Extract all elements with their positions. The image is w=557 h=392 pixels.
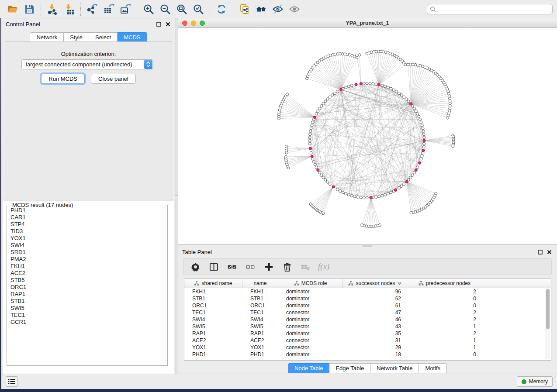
table-cell[interactable]: YOX1 — [184, 344, 242, 351]
table-row[interactable]: SWI4SWI4dominator462 — [184, 316, 551, 323]
table-row[interactable]: ACE2ACE2connector311 — [184, 337, 551, 344]
network-node[interactable] — [361, 224, 363, 226]
table-settings-button[interactable] — [188, 260, 203, 273]
network-node[interactable] — [375, 196, 377, 198]
network-node[interactable] — [366, 196, 368, 199]
network-node[interactable] — [403, 183, 405, 186]
mcds-list-scrollbar[interactable] — [162, 206, 166, 364]
network-node[interactable] — [322, 102, 325, 105]
network-node[interactable] — [344, 86, 347, 89]
network-node[interactable] — [418, 115, 420, 118]
mcds-result-item[interactable]: FKH1 — [9, 263, 161, 270]
table-cell[interactable]: TEC1 — [242, 309, 278, 316]
first-neighbors-button[interactable] — [253, 2, 270, 17]
network-node[interactable] — [423, 136, 426, 139]
network-node[interactable] — [310, 151, 312, 154]
mcds-node[interactable] — [317, 168, 319, 171]
network-node[interactable] — [350, 194, 353, 197]
zoom-fit-button[interactable] — [173, 2, 190, 17]
table-cell[interactable]: dominator — [278, 330, 343, 337]
search-box[interactable] — [427, 4, 553, 14]
mcds-node[interactable] — [355, 83, 357, 86]
network-node[interactable] — [284, 155, 287, 158]
network-node[interactable] — [405, 98, 408, 100]
network-node[interactable] — [318, 171, 321, 174]
open-button[interactable] — [4, 2, 21, 17]
table-cell[interactable]: 62 — [343, 296, 407, 302]
network-node[interactable] — [326, 98, 329, 100]
table-cell[interactable]: dominator — [278, 351, 343, 358]
network-node[interactable] — [422, 145, 425, 148]
table-cell[interactable]: 29 — [343, 344, 407, 351]
network-node[interactable] — [400, 94, 403, 96]
network-node[interactable] — [411, 174, 414, 176]
network-node[interactable] — [322, 176, 325, 179]
network-node[interactable] — [416, 113, 419, 115]
mcds-node[interactable] — [370, 196, 372, 199]
network-node[interactable] — [375, 83, 377, 86]
table-cell[interactable]: connector — [278, 323, 343, 330]
table-cell[interactable]: FKH1 — [242, 289, 278, 295]
clone-network-button[interactable] — [236, 2, 253, 17]
mcds-node[interactable] — [423, 139, 426, 142]
table-cell[interactable]: 96 — [343, 289, 407, 295]
table-cell[interactable]: 31 — [343, 337, 407, 344]
network-node[interactable] — [392, 89, 395, 91]
table-cell[interactable]: 47 — [343, 309, 407, 316]
table-cell[interactable]: 18 — [343, 351, 407, 358]
float-panel-button[interactable] — [155, 21, 162, 28]
tab-style[interactable]: Style — [64, 32, 89, 42]
network-node[interactable] — [336, 188, 339, 191]
task-history-button[interactable] — [6, 376, 18, 387]
refresh-button[interactable] — [213, 2, 230, 17]
network-node[interactable] — [339, 190, 342, 193]
tab-network-table[interactable]: Network Table — [370, 363, 419, 373]
network-node[interactable] — [310, 127, 312, 130]
table-scrollbar[interactable] — [545, 289, 550, 359]
mcds-node[interactable] — [313, 116, 316, 119]
table-cell[interactable]: 1 — [407, 323, 482, 330]
network-node[interactable] — [326, 181, 329, 183]
network-node[interactable] — [356, 54, 358, 56]
tab-edge-table[interactable]: Edge Table — [329, 363, 370, 373]
network-node[interactable] — [333, 92, 336, 95]
table-cell[interactable]: ORC1 — [184, 303, 242, 309]
table-cell[interactable]: YOX1 — [242, 344, 278, 351]
network-node[interactable] — [318, 107, 321, 110]
table-cell[interactable]: PHD1 — [242, 351, 278, 358]
network-node[interactable] — [315, 113, 318, 115]
table-row[interactable]: YOX1YOX1connector291 — [184, 344, 551, 351]
network-node[interactable] — [378, 195, 381, 198]
show-all-button[interactable] — [286, 2, 303, 17]
import-network-button[interactable] — [44, 2, 61, 17]
network-node[interactable] — [422, 127, 424, 130]
network-node[interactable] — [381, 84, 384, 87]
table-cell[interactable]: connector — [278, 337, 343, 344]
mcds-node[interactable] — [339, 88, 342, 91]
close-table-panel-button[interactable] — [546, 248, 553, 255]
table-row[interactable]: ORC1ORC1dominator610 — [184, 302, 551, 309]
function-builder-button[interactable]: f(x) — [316, 260, 331, 273]
network-node[interactable] — [421, 124, 423, 127]
mcds-result-item[interactable]: PHD1 — [9, 207, 161, 214]
network-node[interactable] — [360, 196, 362, 199]
network-node[interactable] — [309, 133, 311, 136]
column-header-predecessor-nodes[interactable]: predecessor nodes — [407, 279, 482, 288]
network-node[interactable] — [308, 142, 311, 145]
network-node[interactable] — [420, 121, 422, 124]
tab-motifs[interactable]: Motifs — [419, 363, 447, 373]
table-cell[interactable]: RAP1 — [242, 330, 278, 337]
network-node[interactable] — [420, 158, 422, 160]
search-input[interactable] — [436, 6, 550, 12]
network-node[interactable] — [366, 82, 368, 85]
mcds-result-item[interactable]: STB1 — [9, 298, 161, 305]
network-node[interactable] — [329, 96, 331, 98]
network-node[interactable] — [369, 82, 371, 85]
hide-selected-button[interactable] — [270, 2, 286, 17]
mcds-result-item[interactable]: TID3 — [9, 228, 161, 235]
mcds-result-item[interactable]: ACE2 — [9, 270, 161, 277]
mcds-result-item[interactable]: SWI5 — [9, 305, 161, 312]
network-node[interactable] — [320, 174, 323, 176]
tab-network[interactable]: Network — [30, 32, 64, 42]
save-button[interactable] — [21, 2, 38, 17]
